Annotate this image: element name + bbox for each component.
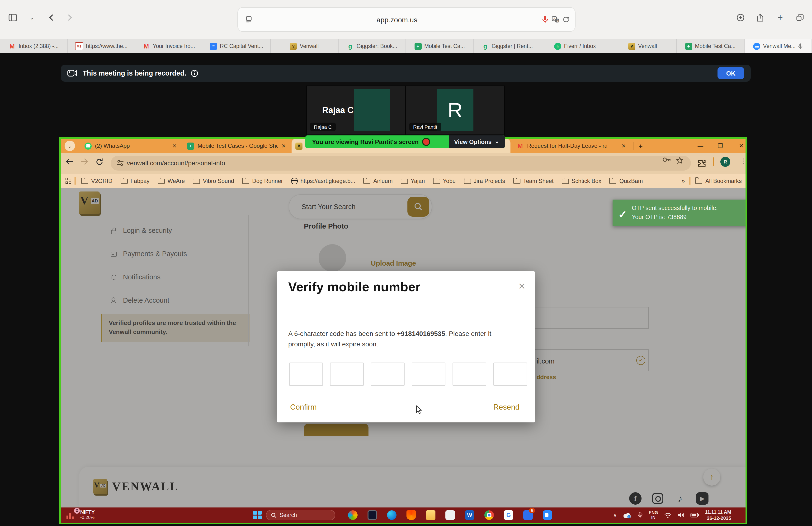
otp-digit-input[interactable] xyxy=(371,362,405,386)
otp-digit-input[interactable] xyxy=(412,362,446,386)
google-app-icon[interactable]: G xyxy=(504,510,513,520)
chrome-address-bar[interactable]: venwall.com/account/personal-info xyxy=(111,156,691,171)
bookmark-folder[interactable]: Yobu xyxy=(433,177,455,184)
bookmark-folder[interactable]: Fabpay xyxy=(120,177,149,184)
whiteboard-icon[interactable] xyxy=(446,510,455,520)
chrome-tab-gmail[interactable]: M Request for Half-Day Leave - ra ✕ xyxy=(513,139,630,153)
taskbar-search[interactable]: Search xyxy=(266,510,335,520)
safari-tab[interactable]: fi Fiverr / Inbox xyxy=(541,39,609,53)
participant-tile[interactable]: Rajaa C Rajaa C xyxy=(306,86,406,135)
bookmark-folder[interactable]: https://asrt.gluege.b... xyxy=(291,177,356,184)
speaker-icon[interactable] xyxy=(677,512,684,518)
close-icon[interactable]: ✕ xyxy=(518,281,526,292)
safari-tab[interactable]: + Mobile Test Ca... xyxy=(406,39,474,53)
safari-tab[interactable]: zm Venwall Me... xyxy=(744,39,812,53)
word-icon[interactable]: W xyxy=(465,510,474,520)
onedrive-cloud-icon[interactable]: i xyxy=(623,512,632,518)
bookmark-folder[interactable]: Vibro Sound xyxy=(193,177,234,184)
window-minimize-button[interactable]: — xyxy=(693,141,708,151)
bookmark-folder[interactable]: Jira Projects xyxy=(464,177,505,184)
bookmark-folder[interactable]: QuizBam xyxy=(609,177,643,184)
window-maximize-button[interactable]: ❐ xyxy=(713,141,727,151)
bookmark-folder[interactable]: WeAre xyxy=(157,177,185,184)
dictation-mic-icon[interactable] xyxy=(540,14,550,25)
new-tab-button[interactable]: + xyxy=(636,142,645,150)
view-options-button[interactable]: View Options ⌄ xyxy=(449,136,505,148)
profile-avatar[interactable]: R xyxy=(720,157,730,167)
mic-tray-icon[interactable] xyxy=(638,512,642,518)
recording-ok-button[interactable]: OK xyxy=(717,67,744,79)
otp-digit-input[interactable] xyxy=(493,362,527,386)
chevron-down-icon[interactable]: ⌄ xyxy=(27,12,37,23)
extensions-icon[interactable] xyxy=(698,159,706,167)
tray-chevron-icon[interactable]: ∧ xyxy=(613,512,617,518)
confirm-button[interactable]: Confirm xyxy=(290,403,317,412)
file-explorer-icon[interactable] xyxy=(426,510,435,520)
safari-tab[interactable]: M Inbox (2,388) -... xyxy=(0,39,68,53)
resend-button[interactable]: Resend xyxy=(493,403,520,412)
bookmark-star-icon[interactable] xyxy=(676,157,683,164)
bookmarks-overflow-icon[interactable]: » xyxy=(681,177,685,184)
tab-search-icon[interactable]: ⌄ xyxy=(64,141,75,151)
bookmark-folder[interactable]: Team Sheet xyxy=(513,177,553,184)
safari-tab[interactable]: V Venwall xyxy=(609,39,677,53)
safari-tab[interactable]: ≡ RC Capital Vent... xyxy=(203,39,271,53)
new-tab-icon[interactable]: + xyxy=(775,12,785,23)
close-tab-icon[interactable]: ✕ xyxy=(622,143,626,149)
safari-tab[interactable]: MS https://www.the... xyxy=(68,39,135,53)
battery-icon[interactable] xyxy=(690,513,699,517)
apps-grid-icon[interactable] xyxy=(66,178,72,184)
safari-tab[interactable]: M Your Invoice fro... xyxy=(135,39,203,53)
chrome-tab-sheets[interactable]: + Mobile Test Cases - Google She ✕ xyxy=(183,139,290,153)
reader-view-icon[interactable] xyxy=(244,14,254,25)
safari-tab[interactable]: V Venwall xyxy=(271,39,338,53)
bookmark-folder[interactable]: Yajari xyxy=(401,177,425,184)
participant-tile[interactable]: R Ravi Pantit xyxy=(406,86,505,135)
translate-icon[interactable]: A文 xyxy=(550,14,561,25)
sidebar-toggle-icon[interactable] xyxy=(8,12,18,23)
window-close-button[interactable]: ✕ xyxy=(734,141,745,151)
language-indicator[interactable]: ENGIN xyxy=(649,510,658,520)
info-icon[interactable] xyxy=(191,70,198,77)
bookmark-folder[interactable]: Dog Runner xyxy=(242,177,283,184)
reload-icon[interactable] xyxy=(96,158,103,165)
chrome-menu-icon[interactable]: ⋮ xyxy=(740,157,745,165)
forward-icon[interactable] xyxy=(64,12,75,23)
brave-icon[interactable] xyxy=(406,510,416,520)
task-view-icon[interactable] xyxy=(367,510,377,520)
chrome-icon[interactable] xyxy=(484,510,494,520)
taskbar-clock[interactable]: 11.11.11 AM 26-12-2025 xyxy=(705,509,731,521)
bookmark-folder[interactable]: Schtick Box xyxy=(562,177,601,184)
tab-overview-icon[interactable] xyxy=(795,12,806,23)
close-tab-icon[interactable]: ✕ xyxy=(172,143,177,149)
bookmark-folder[interactable]: V2GRID xyxy=(81,177,112,184)
site-settings-icon[interactable] xyxy=(116,159,124,167)
bookmark-folder[interactable]: Airluum xyxy=(363,177,392,184)
safari-tab[interactable]: g Giggster: Book... xyxy=(338,39,406,53)
widgets-nifty[interactable]: 2 NIFTY -0.20% xyxy=(67,509,95,520)
store-icon[interactable]: 8 xyxy=(523,510,533,520)
safari-tab[interactable]: + Mobile Test Ca... xyxy=(677,39,744,53)
wifi-icon[interactable] xyxy=(664,512,671,518)
otp-digit-input[interactable] xyxy=(330,362,364,386)
back-icon[interactable] xyxy=(66,158,73,165)
share-icon[interactable] xyxy=(755,12,766,23)
tab-audio-mic-icon[interactable] xyxy=(798,43,803,49)
start-button[interactable] xyxy=(253,511,262,520)
safari-address-bar[interactable]: app.zoom.us A文 xyxy=(237,7,576,32)
downloads-icon[interactable] xyxy=(735,12,745,23)
back-icon[interactable] xyxy=(46,12,56,23)
safari-tab[interactable]: g Giggster | Rent... xyxy=(474,39,541,53)
close-tab-icon[interactable]: ✕ xyxy=(281,143,286,149)
password-key-icon[interactable] xyxy=(663,157,671,162)
copilot-icon[interactable] xyxy=(348,510,358,520)
forward-icon[interactable] xyxy=(81,158,88,165)
edge-icon[interactable] xyxy=(387,510,396,520)
zoom-app-icon[interactable] xyxy=(543,510,552,520)
otp-digit-input[interactable] xyxy=(289,362,323,386)
otp-digit-input[interactable] xyxy=(452,362,486,386)
chrome-tab-whatsapp[interactable]: ☎ ​(2) WhatsApp ✕ xyxy=(81,139,180,153)
tab-title: Request for Half-Day Leave - ra xyxy=(527,143,608,149)
all-bookmarks[interactable]: All Bookmarks xyxy=(695,177,742,184)
reload-icon[interactable] xyxy=(561,14,571,25)
